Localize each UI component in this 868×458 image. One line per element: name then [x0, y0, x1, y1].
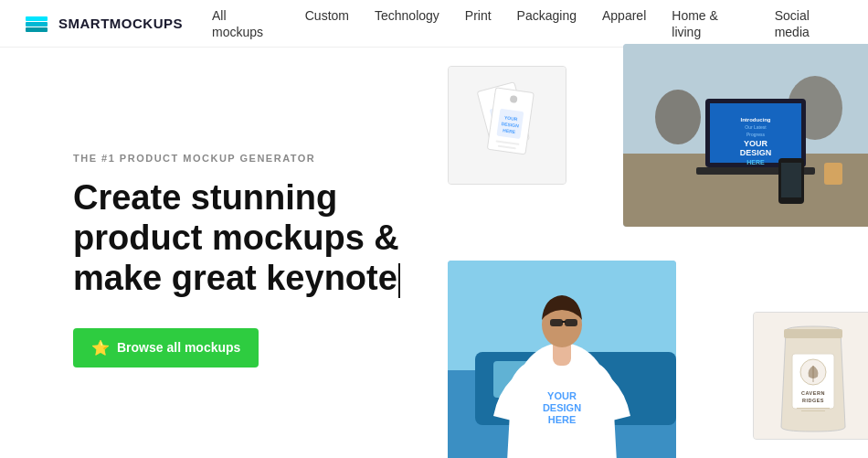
nav-item-technology[interactable]: Technology: [375, 7, 439, 40]
svg-text:HERE: HERE: [746, 159, 765, 165]
svg-text:DESIGN: DESIGN: [543, 402, 581, 413]
hero-subtitle: THE #1 PRODUCT MOCKUP GENERATOR: [73, 153, 439, 164]
svg-rect-17: [781, 163, 801, 197]
tshirt-mockup-image: YOUR DESIGN HERE: [448, 261, 676, 458]
hero-left: THE #1 PRODUCT MOCKUP GENERATOR Create s…: [0, 48, 439, 458]
brand-name: SMARTMOCKUPS: [58, 16, 183, 31]
svg-rect-42: [565, 319, 577, 326]
browse-star-icon: ⭐: [91, 339, 110, 357]
nav-item-apparel[interactable]: Apparel: [602, 7, 646, 40]
headline-line3: make great keynote: [73, 259, 397, 297]
headline-line1: Create stunning: [73, 178, 337, 217]
headline-line2: product mockups &: [73, 218, 399, 257]
svg-rect-41: [550, 319, 563, 326]
browse-all-button[interactable]: ⭐ Browse all mockups: [73, 328, 259, 367]
svg-rect-48: [784, 329, 842, 338]
svg-rect-55: [801, 410, 825, 411]
svg-point-5: [655, 90, 701, 144]
nav-item-custom[interactable]: Custom: [305, 7, 349, 40]
svg-text:YOUR: YOUR: [547, 390, 577, 401]
svg-rect-1: [26, 16, 48, 21]
svg-text:Our Latest: Our Latest: [745, 124, 767, 130]
svg-text:YOUR: YOUR: [744, 139, 768, 148]
svg-rect-0: [26, 22, 48, 27]
packaging-mockup-image: CAVERN RIDGES: [753, 312, 868, 440]
nav-item-packaging[interactable]: Packaging: [517, 7, 577, 40]
hero-headline: Create stunning product mockups & make g…: [73, 178, 439, 298]
svg-text:RIDGES: RIDGES: [802, 398, 824, 403]
svg-text:Progress: Progress: [746, 132, 766, 137]
svg-rect-2: [26, 27, 48, 32]
svg-text:HERE: HERE: [548, 414, 577, 425]
svg-rect-18: [824, 163, 842, 185]
navbar: SMARTMOCKUPS All mockups Custom Technolo…: [0, 0, 868, 48]
nav-item-social-media[interactable]: Social media: [775, 7, 846, 40]
logo-link[interactable]: SMARTMOCKUPS: [22, 9, 183, 38]
nav-item-home-living[interactable]: Home & living: [672, 7, 748, 40]
nav-item-print[interactable]: Print: [465, 7, 492, 40]
svg-rect-54: [797, 408, 830, 409]
main-content: THE #1 PRODUCT MOCKUP GENERATOR Create s…: [0, 48, 868, 458]
svg-text:DESIGN: DESIGN: [740, 148, 772, 157]
svg-rect-43: [562, 321, 566, 323]
nav-item-all-mockups[interactable]: All mockups: [212, 7, 280, 40]
image-collage: Introducing Our Latest Progress YOUR DES…: [439, 48, 868, 458]
laptop-mockup-image: Introducing Our Latest Progress YOUR DES…: [623, 44, 868, 227]
product-tags-mockup: YOUR DESIGN HERE YOUR DESIGN HERE: [448, 66, 566, 185]
text-cursor: [398, 263, 400, 298]
logo-icon: [22, 9, 51, 38]
nav-links: All mockups Custom Technology Print Pack…: [212, 7, 846, 40]
svg-text:Introducing: Introducing: [741, 117, 771, 122]
browse-label: Browse all mockups: [117, 340, 240, 355]
svg-text:CAVERN: CAVERN: [801, 390, 825, 396]
